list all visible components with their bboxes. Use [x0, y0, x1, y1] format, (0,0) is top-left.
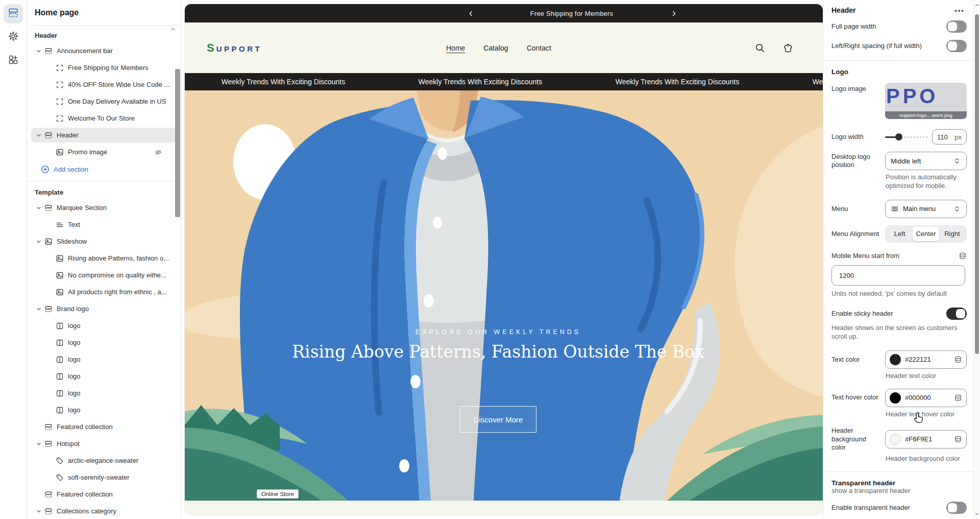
tree-row-slide-2[interactable]: No compromise on quality eithe... — [31, 268, 177, 282]
tree-row-free-shipping[interactable]: Free Shipping for Members — [31, 60, 177, 75]
next-section-strip — [185, 501, 823, 515]
menu-alignment-label: Menu Alignment — [831, 230, 885, 238]
header-bg-color-value: #F6F9E1 — [905, 435, 950, 443]
spacing-toggle[interactable] — [946, 40, 967, 52]
logo-width-slider[interactable] — [885, 133, 928, 141]
tree-row-logo-2[interactable]: logo — [31, 335, 177, 350]
alignment-option-left[interactable]: Left — [887, 227, 913, 241]
announcement-prev-icon[interactable] — [465, 8, 476, 18]
image-icon — [44, 238, 53, 246]
tree-row-header[interactable]: Header — [31, 128, 177, 143]
chevron-down-icon[interactable] — [34, 508, 43, 515]
sections-sidebar: Home page Header Announcement bar Free S… — [27, 0, 181, 519]
caret-updown-icon — [953, 157, 961, 165]
tree-row-promo-image[interactable]: Promo image — [31, 145, 177, 159]
tree-row-logo-5[interactable]: logo — [31, 386, 177, 400]
tree-row-logo-4[interactable]: logo — [31, 369, 177, 384]
nav-link-catalog[interactable]: Catalog — [483, 44, 508, 52]
chevron-down-icon[interactable] — [34, 305, 43, 313]
dynamic-source-icon[interactable] — [954, 356, 962, 364]
block-icon — [56, 114, 64, 123]
mobile-menu-input[interactable] — [831, 265, 965, 286]
rail-app-embeds-button[interactable] — [4, 51, 23, 70]
full-page-width-toggle[interactable] — [946, 20, 967, 33]
logo-image-letters: PPO — [886, 85, 938, 108]
logo-width-label: Logo width — [831, 133, 885, 141]
sticky-header-toggle[interactable] — [946, 308, 967, 320]
menu-select[interactable]: Main menu — [885, 200, 967, 218]
logo-position-select[interactable]: Middle left — [885, 152, 967, 170]
transparent-header-sub: show a transparent header — [823, 487, 973, 494]
tree-row-arctic-elegance[interactable]: arctic-elegance-sweater — [31, 453, 177, 468]
tree-row-text[interactable]: Text — [31, 217, 177, 232]
tree-row-hotspot[interactable]: Hotspot — [31, 436, 177, 451]
tree-row-slide-3[interactable]: All products right from ethnic , a... — [31, 285, 177, 299]
tree-row-soft-serenity[interactable]: soft-serenity-sweater — [31, 470, 177, 485]
menu-list-icon — [891, 205, 899, 213]
storefront-header: SUPPORT Home Catalog Contact — [185, 22, 823, 73]
announcement-next-icon[interactable] — [669, 8, 679, 18]
chevron-down-icon[interactable] — [34, 238, 43, 245]
tree-row-marquee-section[interactable]: Marquee Section — [31, 200, 177, 215]
dynamic-source-icon[interactable] — [959, 252, 967, 260]
alignment-option-right[interactable]: Right — [939, 227, 965, 241]
columns-icon — [56, 372, 64, 381]
section-icon — [44, 131, 53, 139]
chevron-down-icon[interactable] — [34, 132, 43, 139]
discover-more-button[interactable]: Discover More — [460, 406, 536, 433]
marquee-text: Weekly Trends With Exciting Discounts — [776, 78, 823, 86]
tree-row-brand-logo[interactable]: Brand logo — [31, 301, 177, 316]
dynamic-source-icon[interactable] — [954, 435, 962, 443]
image-icon — [56, 254, 64, 263]
tree-row-logo-1[interactable]: logo — [31, 318, 177, 333]
tree-row-collections-category[interactable]: Collections category — [31, 504, 177, 518]
header-bg-color-field[interactable]: #F6F9E1 — [885, 430, 967, 449]
store-logo[interactable]: SUPPORT — [207, 41, 262, 55]
search-icon[interactable] — [754, 42, 766, 54]
enable-transparent-toggle[interactable] — [946, 502, 967, 514]
tree-row-one-day-delivery[interactable]: One Day Delivery Available in US — [31, 94, 177, 109]
scrollbar-thumb[interactable] — [975, 14, 979, 354]
account-icon[interactable] — [782, 42, 794, 54]
text-hover-color-help: Header text hover color — [823, 410, 973, 419]
chevron-down-icon[interactable] — [34, 204, 43, 211]
chevron-down-icon[interactable] — [34, 440, 43, 447]
sidebar-scrollbar-thumb[interactable] — [175, 69, 180, 217]
tree-row-logo-6[interactable]: logo — [31, 403, 177, 417]
scroll-down-icon[interactable] — [973, 510, 980, 518]
text-hover-color-label: Text hover color — [831, 393, 885, 402]
text-hover-color-value: #000000 — [905, 394, 950, 402]
add-section-button[interactable]: Add section — [31, 161, 177, 177]
tree-row-40-off[interactable]: 40% OFF Store Wide Use Code ... — [31, 77, 177, 92]
mobile-menu-help: Units not needed. 'px' comes by default — [823, 290, 973, 298]
rail-sections-button[interactable] — [4, 4, 23, 23]
nav-link-contact[interactable]: Contact — [527, 44, 551, 52]
group-label-template: Template — [27, 186, 181, 200]
tree-row-welcome[interactable]: Welcome To Our Store — [31, 111, 177, 126]
tree-row-slideshow[interactable]: Slideshow — [31, 234, 177, 249]
tree-row-featured-collection-1[interactable]: Featured collection — [31, 419, 177, 434]
scroll-up-icon[interactable] — [973, 1, 980, 9]
dynamic-source-icon[interactable] — [954, 394, 962, 402]
eye-off-icon[interactable] — [154, 148, 162, 156]
text-color-help: Header text color — [823, 372, 973, 381]
tree-row-announcement-bar[interactable]: Announcement bar — [31, 43, 177, 58]
logo-width-value-box[interactable]: 110 px — [932, 129, 967, 145]
chevron-down-icon[interactable] — [34, 48, 43, 55]
logo-image-thumbnail[interactable]: PPO support-logo... arent.png — [885, 83, 967, 119]
rail-theme-settings-button[interactable] — [4, 28, 23, 47]
tree-row-featured-collection-2[interactable]: Featured collection — [31, 487, 177, 502]
text-hover-color-field[interactable]: #000000 — [885, 389, 967, 407]
panel-title: Header — [831, 6, 855, 14]
more-options-icon[interactable]: ••• — [954, 7, 965, 14]
logo-image-filename: support-logo... arent.png — [885, 111, 967, 119]
logo-width-value: 110 — [937, 133, 948, 141]
nav-link-home[interactable]: Home — [446, 44, 465, 52]
menu-alignment-segment: Left Center Right — [885, 225, 967, 243]
tree-row-logo-3[interactable]: logo — [31, 352, 177, 367]
tree-row-slide-1[interactable]: Rising above Patterns, fashion o... — [31, 251, 177, 266]
sidebar-scroll-up-icon[interactable] — [169, 26, 177, 35]
alignment-option-center[interactable]: Center — [913, 227, 939, 241]
text-color-swatch — [890, 354, 901, 365]
text-color-field[interactable]: #222121 — [885, 350, 967, 369]
